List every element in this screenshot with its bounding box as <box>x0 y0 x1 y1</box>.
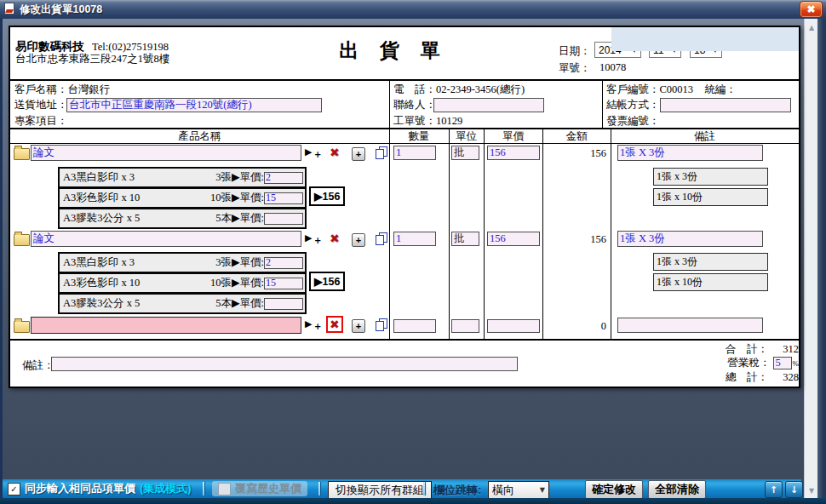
sync-price-option[interactable]: ✓ 同步輸入相同品項單價 (集成模式) <box>8 479 192 498</box>
col-header-price: 單價 <box>484 129 542 143</box>
group-name-input[interactable] <box>31 231 301 247</box>
delete-row-icon[interactable]: ✖ <box>330 232 340 245</box>
tax-unit-label: % <box>793 359 800 368</box>
qty-input[interactable] <box>393 319 436 333</box>
customer-name-value: 台灣銀行 <box>68 83 111 95</box>
vertical-scrollbar[interactable]: ▲ ▼ <box>804 19 817 498</box>
move-arrow-glyph: ▶ <box>305 146 312 158</box>
sub-item-row: A3膠裝3公分 x 5 5本▶單價: <box>58 208 307 229</box>
invoice-label: 發票編號： <box>606 114 660 129</box>
add-item-button[interactable]: + <box>352 147 365 161</box>
customer-name-label: 客戶名稱： <box>14 83 68 95</box>
delete-row-icon[interactable]: ✖ <box>330 146 340 159</box>
price-input[interactable] <box>487 319 540 333</box>
phone-value: 02-2349-3456(總行) <box>436 83 525 95</box>
col-header-remark: 備註 <box>611 129 799 143</box>
subtotal-value: 312 <box>768 343 799 356</box>
move-row-icon[interactable]: ▶ + <box>305 318 324 332</box>
sub-item-name: A3膠裝3公分 x 5 <box>60 211 215 226</box>
sub-item-price-input[interactable] <box>264 172 303 184</box>
document-title: 出 貨 單 <box>291 37 496 64</box>
move-row-icon[interactable]: ▶ + <box>305 146 324 160</box>
tax-rate-input[interactable] <box>773 357 792 369</box>
customer-name-row: 客戶名稱：台灣銀行 <box>14 83 111 97</box>
folder-icon[interactable] <box>14 321 30 333</box>
move-row-icon[interactable]: ▶ + <box>305 232 324 246</box>
scroll-down-icon[interactable]: ▼ <box>805 485 818 495</box>
move-up-button[interactable]: ↑ <box>765 481 783 498</box>
divider <box>10 143 799 144</box>
contact-input[interactable] <box>433 98 544 112</box>
sub-item-spec: 10張▶單價: <box>210 191 264 205</box>
window-title: 修改出貨單10078 <box>20 3 102 17</box>
divider <box>10 339 799 341</box>
window-left-border <box>0 19 3 498</box>
toggle-groups-button[interactable]: 切換顯示所有群組 <box>328 481 432 499</box>
remark-input[interactable] <box>617 231 763 247</box>
field-jump-select[interactable]: 橫向 ▼ <box>488 481 549 499</box>
order-no-value: 10078 <box>599 61 626 74</box>
copy-row-icon[interactable] <box>376 232 387 245</box>
add-item-button[interactable]: + <box>352 233 365 247</box>
qty-input[interactable] <box>393 232 436 246</box>
unit-input[interactable] <box>451 146 479 160</box>
col-header-unit: 單位 <box>449 129 484 143</box>
folder-icon[interactable] <box>14 148 30 160</box>
amount-value: 0 <box>542 320 606 333</box>
folder-icon[interactable] <box>14 234 30 246</box>
scroll-up-icon[interactable]: ▲ <box>805 22 818 32</box>
sub-item-remark: 1張 x 10份 <box>653 273 768 291</box>
group-name-input[interactable] <box>31 317 301 334</box>
sub-item-row: A3黑白影印 x 3 3張▶單價: <box>58 252 307 273</box>
price-input[interactable] <box>487 146 540 160</box>
close-button[interactable]: ✖ <box>800 1 823 18</box>
add-item-button[interactable]: + <box>352 319 365 333</box>
sub-item-name: A3膠裝3公分 x 5 <box>60 296 215 311</box>
clear-all-button[interactable]: 全部清除 <box>648 480 706 499</box>
amount-value: 156 <box>542 233 606 246</box>
sub-item-spec: 3張▶單價: <box>215 255 264 270</box>
payment-label: 結帳方式： <box>606 98 660 112</box>
field-jump-value: 橫向 <box>492 483 514 498</box>
sub-item-row: A3彩色影印 x 10 10張▶單價: <box>58 187 307 209</box>
title-bar: 修改出貨單10078 <box>0 0 826 19</box>
sub-item-price-input[interactable] <box>264 213 303 225</box>
unit-input[interactable] <box>451 319 479 333</box>
phone-row: 電 話：02-2349-3456(總行) <box>393 83 525 97</box>
sub-item-price-input[interactable] <box>264 257 303 269</box>
work-order-label: 工單號： <box>393 115 436 127</box>
customer-no-row: 客戶編號：C00013 統編： <box>606 83 737 97</box>
total-row: 總 計： 328 <box>657 370 800 385</box>
sub-item-spec: 5本▶單價: <box>215 211 264 226</box>
delivery-address-input[interactable] <box>66 98 322 112</box>
sub-item-price-input[interactable] <box>264 192 303 204</box>
copy-row-icon[interactable] <box>376 146 387 159</box>
customer-no-label: 客戶編號： <box>606 83 660 95</box>
qty-input[interactable] <box>393 146 436 160</box>
copy-row-icon[interactable] <box>376 318 387 331</box>
divider <box>318 482 320 495</box>
sub-item-row: A3彩色影印 x 10 10張▶單價: <box>58 272 307 294</box>
work-order-value: 10129 <box>436 115 462 127</box>
checkbox-checked-icon[interactable]: ✓ <box>8 483 20 495</box>
sub-item-name: A3彩色影印 x 10 <box>60 276 210 290</box>
divider <box>449 129 450 339</box>
sub-item-remark: 1張 x 3份 <box>653 168 768 186</box>
group-name-input[interactable] <box>31 145 301 161</box>
unit-input[interactable] <box>451 232 479 246</box>
remark-input[interactable] <box>617 318 763 333</box>
footer-remark-input[interactable] <box>51 357 518 371</box>
confirm-button[interactable]: 確定修改 <box>585 480 643 499</box>
apply-price-button[interactable]: ▶156 <box>309 186 345 206</box>
sub-item-price-input[interactable] <box>264 298 303 310</box>
price-input[interactable] <box>487 232 540 246</box>
window-right-border <box>817 19 826 498</box>
remark-input[interactable] <box>617 145 763 161</box>
apply-price-button[interactable]: ▶156 <box>309 272 345 291</box>
payment-input[interactable] <box>660 98 791 112</box>
delete-x-glyph: ✖ <box>330 318 340 331</box>
delete-row-icon-selected[interactable]: ✖ <box>326 316 343 333</box>
customer-info-section: 客戶名稱：台灣銀行 送貨地址： 專案項目： 電 話：02-2349-3456(總… <box>10 79 799 129</box>
sub-item-price-input[interactable] <box>264 278 303 289</box>
move-down-button[interactable]: ↓ <box>785 481 803 498</box>
